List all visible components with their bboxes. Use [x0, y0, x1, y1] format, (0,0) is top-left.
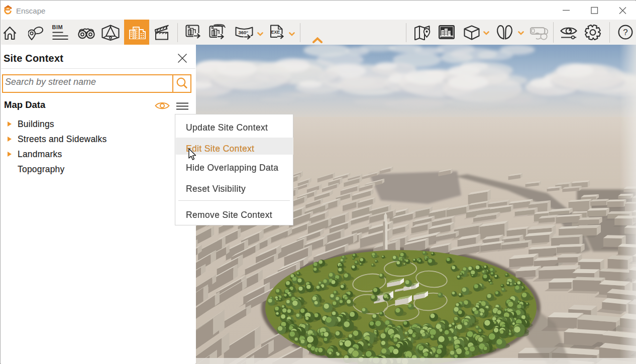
svg-text:BIM: BIM — [52, 25, 63, 30]
svg-text:?: ? — [623, 28, 627, 37]
svg-text:360°: 360° — [239, 30, 249, 35]
